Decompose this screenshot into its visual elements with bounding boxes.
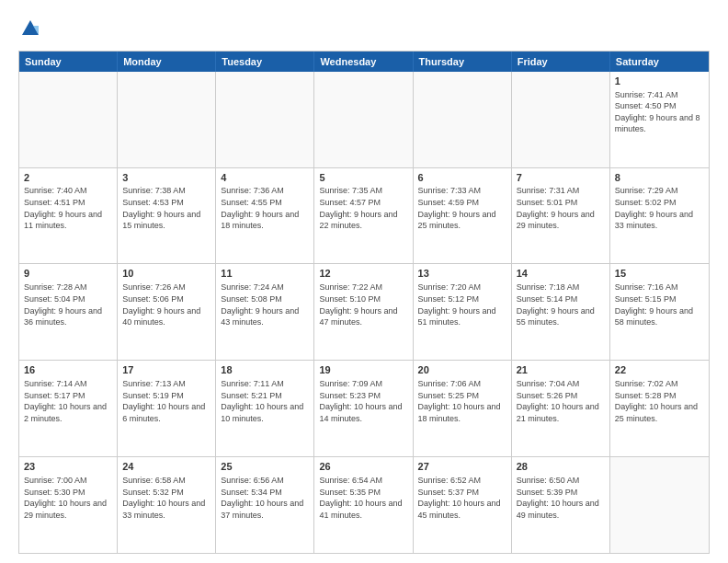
day-number: 22	[615, 363, 704, 377]
day-cell-10: 10Sunrise: 7:26 AMSunset: 5:06 PMDayligh…	[118, 264, 216, 360]
day-cell-16: 16Sunrise: 7:14 AMSunset: 5:17 PMDayligh…	[19, 361, 118, 456]
day-info: Sunrise: 7:20 AMSunset: 5:12 PMDaylight:…	[418, 282, 506, 327]
header-day-thursday: Thursday	[414, 52, 512, 72]
day-number: 7	[517, 171, 605, 185]
page: SundayMondayTuesdayWednesdayThursdayFrid…	[0, 0, 728, 563]
day-cell-27: 27Sunrise: 6:52 AMSunset: 5:37 PMDayligh…	[414, 457, 512, 553]
day-number: 28	[517, 460, 605, 474]
day-info: Sunrise: 7:13 AMSunset: 5:19 PMDaylight:…	[122, 378, 210, 424]
day-number: 11	[221, 267, 309, 281]
day-info: Sunrise: 7:14 AMSunset: 5:17 PMDaylight:…	[24, 378, 112, 424]
header-day-sunday: Sunday	[19, 52, 118, 72]
empty-cell	[414, 72, 512, 167]
day-cell-28: 28Sunrise: 6:50 AMSunset: 5:39 PMDayligh…	[512, 457, 610, 553]
day-number: 14	[517, 267, 605, 281]
day-info: Sunrise: 7:40 AMSunset: 4:51 PMDaylight:…	[24, 185, 112, 231]
calendar: SundayMondayTuesdayWednesdayThursdayFrid…	[18, 51, 710, 554]
day-number: 25	[221, 460, 309, 474]
day-cell-13: 13Sunrise: 7:20 AMSunset: 5:12 PMDayligh…	[414, 264, 512, 360]
day-cell-2: 2Sunrise: 7:40 AMSunset: 4:51 PMDaylight…	[19, 168, 118, 264]
empty-cell	[19, 72, 118, 167]
calendar-row-3: 16Sunrise: 7:14 AMSunset: 5:17 PMDayligh…	[19, 360, 709, 456]
day-info: Sunrise: 7:29 AMSunset: 5:02 PMDaylight:…	[615, 185, 704, 231]
day-info: Sunrise: 7:35 AMSunset: 4:57 PMDaylight:…	[319, 185, 407, 231]
calendar-row-4: 23Sunrise: 7:00 AMSunset: 5:30 PMDayligh…	[19, 456, 709, 553]
empty-cell	[314, 72, 413, 167]
calendar-row-1: 2Sunrise: 7:40 AMSunset: 4:51 PMDaylight…	[19, 167, 709, 264]
day-number: 16	[24, 363, 112, 377]
day-number: 3	[122, 171, 210, 185]
day-info: Sunrise: 6:50 AMSunset: 5:39 PMDaylight:…	[517, 475, 605, 521]
day-cell-14: 14Sunrise: 7:18 AMSunset: 5:14 PMDayligh…	[512, 264, 610, 360]
day-cell-7: 7Sunrise: 7:31 AMSunset: 5:01 PMDaylight…	[512, 168, 610, 264]
day-info: Sunrise: 7:26 AMSunset: 5:06 PMDaylight:…	[122, 282, 210, 327]
day-info: Sunrise: 7:06 AMSunset: 5:25 PMDaylight:…	[418, 378, 506, 424]
day-info: Sunrise: 7:02 AMSunset: 5:28 PMDaylight:…	[615, 378, 704, 424]
header-day-saturday: Saturday	[610, 52, 709, 72]
day-cell-21: 21Sunrise: 7:04 AMSunset: 5:26 PMDayligh…	[512, 361, 610, 456]
day-info: Sunrise: 7:16 AMSunset: 5:15 PMDaylight:…	[615, 282, 704, 327]
day-cell-26: 26Sunrise: 6:54 AMSunset: 5:35 PMDayligh…	[314, 457, 413, 553]
day-number: 21	[517, 363, 605, 377]
header	[18, 15, 710, 43]
day-cell-3: 3Sunrise: 7:38 AMSunset: 4:53 PMDaylight…	[118, 168, 216, 264]
day-number: 8	[615, 171, 704, 185]
day-cell-18: 18Sunrise: 7:11 AMSunset: 5:21 PMDayligh…	[216, 361, 314, 456]
day-cell-23: 23Sunrise: 7:00 AMSunset: 5:30 PMDayligh…	[19, 457, 118, 553]
empty-cell	[216, 72, 314, 167]
day-cell-17: 17Sunrise: 7:13 AMSunset: 5:19 PMDayligh…	[118, 361, 216, 456]
day-info: Sunrise: 7:41 AMSunset: 4:50 PMDaylight:…	[615, 89, 704, 135]
header-day-monday: Monday	[118, 52, 216, 72]
day-number: 24	[122, 460, 210, 474]
day-number: 18	[221, 363, 309, 377]
day-number: 4	[221, 171, 309, 185]
day-info: Sunrise: 7:36 AMSunset: 4:55 PMDaylight:…	[221, 185, 309, 231]
logo	[18, 18, 40, 43]
calendar-row-2: 9Sunrise: 7:28 AMSunset: 5:04 PMDaylight…	[19, 263, 709, 360]
day-info: Sunrise: 7:28 AMSunset: 5:04 PMDaylight:…	[24, 282, 112, 327]
day-number: 6	[418, 171, 506, 185]
day-number: 9	[24, 267, 112, 281]
calendar-body: 1Sunrise: 7:41 AMSunset: 4:50 PMDaylight…	[19, 72, 709, 553]
day-info: Sunrise: 6:54 AMSunset: 5:35 PMDaylight:…	[319, 475, 407, 521]
header-day-wednesday: Wednesday	[314, 52, 413, 72]
day-number: 20	[418, 363, 506, 377]
empty-cell	[512, 72, 610, 167]
day-info: Sunrise: 7:22 AMSunset: 5:10 PMDaylight:…	[319, 282, 407, 327]
day-info: Sunrise: 7:11 AMSunset: 5:21 PMDaylight:…	[221, 378, 309, 424]
day-cell-5: 5Sunrise: 7:35 AMSunset: 4:57 PMDaylight…	[314, 168, 413, 264]
day-info: Sunrise: 7:18 AMSunset: 5:14 PMDaylight:…	[517, 282, 605, 327]
day-number: 13	[418, 267, 506, 281]
day-cell-15: 15Sunrise: 7:16 AMSunset: 5:15 PMDayligh…	[610, 264, 709, 360]
empty-cell	[610, 457, 709, 553]
day-cell-11: 11Sunrise: 7:24 AMSunset: 5:08 PMDayligh…	[216, 264, 314, 360]
day-info: Sunrise: 7:33 AMSunset: 4:59 PMDaylight:…	[418, 185, 506, 231]
day-cell-25: 25Sunrise: 6:56 AMSunset: 5:34 PMDayligh…	[216, 457, 314, 553]
day-cell-22: 22Sunrise: 7:02 AMSunset: 5:28 PMDayligh…	[610, 361, 709, 456]
day-cell-8: 8Sunrise: 7:29 AMSunset: 5:02 PMDaylight…	[610, 168, 709, 264]
logo-text	[18, 18, 40, 43]
day-info: Sunrise: 6:58 AMSunset: 5:32 PMDaylight:…	[122, 475, 210, 521]
day-info: Sunrise: 7:04 AMSunset: 5:26 PMDaylight:…	[517, 378, 605, 424]
calendar-row-0: 1Sunrise: 7:41 AMSunset: 4:50 PMDaylight…	[19, 72, 709, 167]
day-number: 26	[319, 460, 407, 474]
day-cell-19: 19Sunrise: 7:09 AMSunset: 5:23 PMDayligh…	[314, 361, 413, 456]
day-cell-20: 20Sunrise: 7:06 AMSunset: 5:25 PMDayligh…	[414, 361, 512, 456]
day-number: 27	[418, 460, 506, 474]
day-cell-1: 1Sunrise: 7:41 AMSunset: 4:50 PMDaylight…	[610, 72, 709, 167]
calendar-header: SundayMondayTuesdayWednesdayThursdayFrid…	[19, 52, 709, 72]
day-cell-24: 24Sunrise: 6:58 AMSunset: 5:32 PMDayligh…	[118, 457, 216, 553]
day-cell-6: 6Sunrise: 7:33 AMSunset: 4:59 PMDaylight…	[414, 168, 512, 264]
day-info: Sunrise: 7:09 AMSunset: 5:23 PMDaylight:…	[319, 378, 407, 424]
day-number: 10	[122, 267, 210, 281]
day-info: Sunrise: 6:52 AMSunset: 5:37 PMDaylight:…	[418, 475, 506, 521]
day-cell-12: 12Sunrise: 7:22 AMSunset: 5:10 PMDayligh…	[314, 264, 413, 360]
day-number: 2	[24, 171, 112, 185]
day-info: Sunrise: 7:31 AMSunset: 5:01 PMDaylight:…	[517, 185, 605, 231]
empty-cell	[118, 72, 216, 167]
header-day-friday: Friday	[512, 52, 610, 72]
day-info: Sunrise: 7:00 AMSunset: 5:30 PMDaylight:…	[24, 475, 112, 521]
day-number: 23	[24, 460, 112, 474]
day-number: 15	[615, 267, 704, 281]
day-number: 1	[615, 75, 704, 88]
